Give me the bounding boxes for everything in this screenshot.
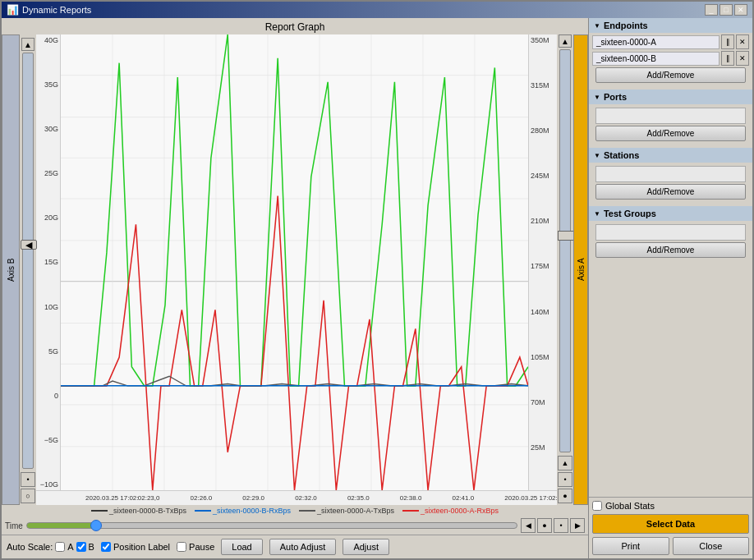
- right-zoom-btn-1[interactable]: ▲: [558, 456, 572, 470]
- endpoint-close-0[interactable]: ✕: [736, 34, 749, 49]
- stations-list: [595, 166, 746, 182]
- test-groups-label: Test Groups: [604, 209, 656, 218]
- auto-scale-a-checkbox[interactable]: [55, 542, 65, 552]
- stations-label: Stations: [604, 150, 639, 160]
- endpoints-triangle: ▼: [594, 22, 600, 30]
- timeline-row: Time ◀ ● • ▶: [2, 516, 588, 535]
- endpoint-label-0: _sixteen-0000-A: [592, 35, 720, 49]
- legend-label-3: _sixteen-0000-A-TxBps: [317, 507, 394, 515]
- test-groups-content: Add/Remove: [589, 221, 752, 261]
- pause-checkbox[interactable]: [177, 542, 186, 552]
- auto-scale-b-checkbox[interactable]: [76, 542, 86, 552]
- endpoints-label: Endpoints: [604, 21, 648, 30]
- bottom-buttons: Print Close: [592, 537, 749, 555]
- timeline-thumb[interactable]: [90, 520, 102, 531]
- load-button[interactable]: Load: [221, 539, 262, 555]
- legend-item-1: _sixteen-0000-B-TxBps: [91, 507, 186, 515]
- right-vertical-slider[interactable]: [559, 49, 571, 452]
- select-data-button[interactable]: Select Data: [592, 514, 749, 534]
- stations-add-remove-button[interactable]: Add/Remove: [595, 184, 746, 200]
- ports-triangle: ▼: [594, 94, 600, 101]
- timeline-back-btn[interactable]: ◀: [521, 518, 536, 533]
- stations-triangle: ▼: [594, 152, 600, 159]
- print-button[interactable]: Print: [592, 537, 669, 555]
- legend-color-4: [402, 510, 419, 512]
- ports-header[interactable]: ▼ Ports: [589, 90, 752, 104]
- auto-scale-group: Auto Scale: A B: [7, 542, 94, 552]
- legend-item-4: _sixteen-0000-A-RxBps: [402, 507, 499, 515]
- endpoint-pause-0[interactable]: ‖: [721, 34, 734, 49]
- right-up-arrow[interactable]: ▲: [559, 34, 572, 48]
- legend-row: _sixteen-0000-B-TxBps _sixteen-0000-B-Rx…: [2, 505, 588, 516]
- legend-color-2: [195, 510, 211, 512]
- test-groups-add-remove-button[interactable]: Add/Remove: [595, 242, 746, 258]
- endpoint-close-1[interactable]: ✕: [736, 51, 749, 66]
- pause-group: Pause: [177, 542, 214, 552]
- axis-b-label: Axis B: [2, 34, 20, 505]
- pause-text: Pause: [189, 542, 214, 552]
- position-label-checkbox[interactable]: [101, 542, 111, 552]
- adjust-button[interactable]: Adjust: [343, 539, 389, 555]
- close-button-panel[interactable]: Close: [673, 537, 750, 555]
- right-zoom-btn-2[interactable]: •: [558, 472, 572, 487]
- right-axis-controls: ▲ ▲ • ●: [557, 34, 573, 505]
- y-axis-right: 350M 315M 280M 245M 210M 175M 140M 105M …: [528, 34, 557, 490]
- graph-area: Report Graph Axis B ▲ ◀ • ○: [2, 18, 588, 558]
- endpoints-content: _sixteen-0000-A ‖ ✕ _sixteen-0000-B ‖ ✕ …: [589, 33, 752, 86]
- graph-title: Report Graph: [2, 18, 588, 34]
- left-vertical-slider[interactable]: ◀: [22, 53, 34, 469]
- legend-item-2: _sixteen-0000-B-RxBps: [195, 507, 291, 515]
- title-bar: 📊 Dynamic Reports _ □ ✕: [2, 2, 752, 18]
- left-axis-controls: ▲ ◀ • ○: [20, 34, 36, 505]
- right-slider-thumb[interactable]: [558, 231, 574, 241]
- zoom-btn-2[interactable]: ○: [21, 489, 35, 503]
- global-stats-label: Global Stats: [605, 501, 655, 511]
- ports-content: Add/Remove: [589, 104, 752, 145]
- ports-add-remove-button[interactable]: Add/Remove: [595, 126, 746, 141]
- left-slider-thumb[interactable]: ◀: [21, 240, 37, 250]
- ports-section: ▼ Ports Add/Remove: [589, 90, 752, 145]
- test-groups-header[interactable]: ▼ Test Groups: [589, 206, 752, 221]
- controls-row: Auto Scale: A B Position Label Pause Loa…: [2, 535, 588, 558]
- endpoints-header[interactable]: ▼ Endpoints: [589, 18, 752, 33]
- y-axis-left: 40G 35G 30G 25G 20G 15G 10G 5G 0 −5G −10…: [36, 34, 61, 490]
- timeline-slider[interactable]: [26, 522, 517, 529]
- endpoint-row-0: _sixteen-0000-A ‖ ✕: [592, 34, 749, 49]
- timeline-forward-btn[interactable]: ▶: [570, 518, 585, 533]
- main-window: 📊 Dynamic Reports _ □ ✕ Report Graph Axi…: [0, 0, 754, 560]
- endpoints-add-remove-button[interactable]: Add/Remove: [595, 67, 746, 83]
- legend-label-1: _sixteen-0000-B-TxBps: [109, 507, 186, 515]
- chart-plot: [61, 34, 528, 490]
- endpoint-pause-1[interactable]: ‖: [721, 51, 734, 66]
- endpoint-label-1: _sixteen-0000-B: [592, 52, 720, 66]
- legend-label-2: _sixteen-0000-B-RxBps: [213, 507, 291, 515]
- stations-content: Add/Remove: [589, 163, 752, 203]
- timeline-stop-btn[interactable]: ●: [537, 518, 552, 533]
- global-stats-checkbox[interactable]: [592, 501, 602, 511]
- ports-label: Ports: [604, 92, 627, 102]
- position-label-text: Position Label: [113, 542, 170, 552]
- maximize-button[interactable]: □: [720, 4, 733, 16]
- chart-svg: [61, 34, 528, 490]
- stations-section: ▼ Stations Add/Remove: [589, 148, 752, 203]
- minimize-button[interactable]: _: [705, 4, 718, 16]
- x-axis-labels: 2020.03.25 17:02:17 02:23,0 02:26.0 02:2…: [36, 490, 557, 505]
- legend-label-4: _sixteen-0000-A-RxBps: [421, 507, 499, 515]
- auto-adjust-button[interactable]: Auto Adjust: [269, 539, 337, 555]
- chart-canvas-wrapper: 40G 35G 30G 25G 20G 15G 10G 5G 0 −5G −10…: [36, 34, 557, 505]
- window-title: Dynamic Reports: [22, 5, 91, 15]
- test-groups-list: [595, 224, 746, 241]
- right-zoom-btn-3[interactable]: ●: [558, 489, 572, 503]
- close-button[interactable]: ✕: [734, 4, 747, 16]
- zoom-btn-1[interactable]: •: [21, 472, 35, 487]
- chart-with-yaxis: 40G 35G 30G 25G 20G 15G 10G 5G 0 −5G −10…: [36, 34, 557, 490]
- test-groups-section: ▼ Test Groups Add/Remove: [589, 206, 752, 261]
- stations-header[interactable]: ▼ Stations: [589, 148, 752, 163]
- ports-list: [595, 108, 746, 124]
- timeline-dot-btn[interactable]: •: [554, 518, 568, 533]
- graph-container: Axis B ▲ ◀ • ○: [2, 34, 588, 505]
- left-up-arrow[interactable]: ▲: [21, 38, 34, 51]
- position-label-group: Position Label: [101, 542, 170, 552]
- global-stats-row: Global Stats: [592, 501, 749, 511]
- endpoint-row-1: _sixteen-0000-B ‖ ✕: [592, 51, 749, 66]
